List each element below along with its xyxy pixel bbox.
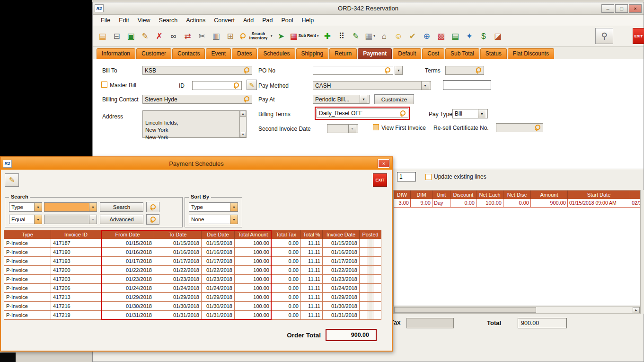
sort-field-select[interactable]: Type ▼ (189, 202, 238, 212)
search-icon[interactable] (476, 67, 482, 73)
tab[interactable]: Contacts (172, 48, 205, 59)
scroll-up-icon[interactable]: ▲ (240, 111, 246, 117)
column-header[interactable]: Invoice ID (51, 230, 101, 239)
table-row[interactable]: P-Invoice 417219 01/31/2018 01/31/2018 0… (4, 311, 381, 320)
tab[interactable]: Information (97, 48, 135, 59)
bill-to-field[interactable]: KSB (142, 66, 252, 75)
chevron-down-icon[interactable]: ▼ (478, 109, 485, 118)
menu-item[interactable]: File (97, 16, 115, 25)
delete-icon[interactable]: ✗ ▾ (153, 28, 165, 44)
master-bill-checkbox[interactable] (101, 81, 107, 88)
toolbar-exit-button[interactable]: EXIT (633, 28, 644, 44)
address-scrollbar[interactable]: ▲ ▼ (239, 110, 247, 138)
convert-icon[interactable]: ⇄ ▾ (182, 28, 194, 44)
menu-item[interactable]: Edit (115, 16, 133, 25)
export-person-icon[interactable]: ➤ ▾ (275, 28, 287, 44)
posted-checkbox[interactable] (368, 239, 373, 248)
scrollbar-thumb[interactable] (394, 307, 536, 313)
posted-checkbox[interactable] (368, 257, 373, 266)
tab[interactable]: Status (480, 48, 507, 59)
column-header[interactable]: Start Date (568, 190, 630, 199)
view-first-invoice-checkbox[interactable] (373, 124, 379, 130)
tab[interactable]: Customer (136, 48, 171, 59)
posted-checkbox[interactable] (368, 248, 373, 257)
posted-checkbox[interactable] (368, 302, 373, 311)
tax-field[interactable] (406, 318, 454, 328)
edit-id-button[interactable]: ✎ (247, 80, 257, 90)
notes-edit-icon[interactable]: ✎ ▾ (350, 28, 362, 44)
briefcase-icon[interactable]: ◪ ▾ (492, 28, 503, 44)
column-header[interactable]: Posted (360, 230, 381, 239)
column-header[interactable]: Invoice Date (323, 230, 360, 239)
tab[interactable]: Event (206, 48, 231, 59)
posted-checkbox[interactable] (368, 293, 373, 302)
horizontal-scrollbar[interactable]: ► (393, 306, 640, 314)
id-field[interactable] (192, 81, 242, 90)
column-header[interactable]: Total Amount (235, 230, 272, 239)
pool-icon[interactable]: ⠿ ▾ (335, 28, 347, 44)
chevron-down-icon[interactable]: ▼ (360, 95, 367, 103)
pay-method-combo[interactable]: CASH ▼ (313, 81, 431, 90)
po-no-field[interactable] (313, 66, 393, 75)
paste-icon[interactable]: ⊞ ▾ (224, 28, 236, 44)
column-header[interactable]: Total % (301, 230, 323, 239)
organization-icon[interactable]: ⌂ ▾ (378, 28, 390, 44)
search-icon[interactable] (244, 67, 250, 73)
globe-icon[interactable]: ⊕ ▾ (421, 28, 432, 44)
table-row[interactable]: P-Invoice 417206 01/24/2018 01/24/2018 0… (4, 284, 381, 293)
search-icon-button[interactable] (146, 202, 159, 212)
chevron-down-icon[interactable]: ▼ (34, 203, 42, 211)
chevron-down-icon[interactable]: ▼ (230, 203, 238, 211)
resell-certificate-field[interactable] (496, 123, 543, 132)
scroll-right-icon[interactable]: ► (633, 307, 640, 313)
tab[interactable]: Payment (358, 48, 392, 59)
sort-order-select[interactable]: None ▼ (189, 215, 238, 224)
cut-icon[interactable]: ✂ ▾ (196, 28, 208, 44)
window-titlebar[interactable]: R2 ORD-342 Reservation – □ × (93, 2, 644, 15)
close-icon[interactable]: × (378, 159, 389, 168)
posted-checkbox[interactable] (368, 311, 373, 320)
search-icon[interactable] (233, 82, 239, 89)
posted-checkbox[interactable] (368, 275, 373, 284)
tab[interactable]: Schedules (258, 48, 295, 59)
search-icon[interactable] (400, 110, 406, 117)
column-header[interactable]: Total Tax (272, 230, 301, 239)
pay-method-extra-field[interactable] (443, 80, 491, 90)
column-header[interactable]: Amount (531, 190, 568, 199)
search-field-select[interactable]: Type ▼ (9, 202, 42, 212)
customize-button[interactable]: Customize (374, 94, 414, 104)
new-document-icon[interactable]: ▤ ▾ (97, 28, 108, 44)
dialog-exit-button[interactable]: EXIT (373, 173, 387, 187)
table-row[interactable]: P-Invoice 417190 01/16/2018 01/16/2018 0… (4, 248, 381, 257)
menu-item[interactable]: Add (239, 16, 258, 25)
maximize-button[interactable]: □ (615, 4, 628, 13)
billing-contact-field[interactable]: Steven Hyde (142, 95, 252, 104)
column-header[interactable]: Net Disc (503, 190, 531, 199)
second-invoice-date-combo[interactable]: ▼ (327, 124, 358, 133)
order-line-row[interactable]: 3.00 9.00 Day 0.00 100.00 0.00 900.00 01… (394, 199, 640, 208)
chevron-down-icon[interactable]: ▼ (230, 215, 238, 224)
tab[interactable]: Dates (232, 48, 257, 59)
column-header[interactable]: Discount (450, 190, 476, 199)
dialog-titlebar[interactable]: R2 Payment Schedules (1, 157, 392, 170)
edit-document-icon[interactable]: ▤ ▾ (449, 28, 461, 44)
menu-item[interactable]: Pool (277, 16, 297, 25)
money-icon[interactable]: $ ▾ (477, 28, 489, 44)
sub-rent-button[interactable]: ▦ Sub Rent ▾ (290, 28, 319, 44)
tab[interactable]: Sub Total (445, 48, 479, 59)
advanced-search-button[interactable]: Advanced (100, 215, 143, 224)
column-header[interactable] (630, 190, 640, 199)
column-header[interactable]: From Date (101, 230, 154, 239)
pay-type-combo[interactable]: Bill ▼ (452, 109, 488, 118)
copies-input[interactable]: 1 (397, 172, 416, 181)
table-row[interactable]: P-Invoice 417187 01/15/2018 01/15/2018 0… (4, 239, 381, 248)
menu-item[interactable]: Actions (182, 16, 210, 25)
menu-item[interactable]: Search (155, 16, 182, 25)
column-header[interactable]: DIM (411, 190, 432, 199)
billing-terms-field[interactable]: Daily_Reset OFF (317, 109, 408, 118)
menu-item[interactable]: View (133, 16, 155, 25)
edit-schedule-button[interactable]: ✎ (5, 173, 19, 187)
posted-checkbox[interactable] (368, 284, 373, 293)
tab[interactable]: Return (329, 48, 357, 59)
menu-item[interactable]: Help (298, 16, 318, 25)
